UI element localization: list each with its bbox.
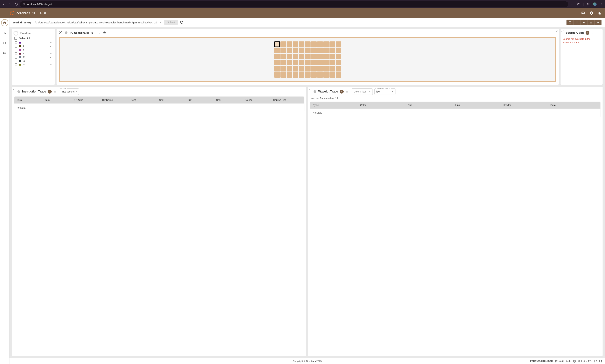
pe-cell[interactable] xyxy=(330,54,335,59)
info-icon[interactable]: i xyxy=(573,360,576,363)
pe-cell[interactable] xyxy=(336,66,341,72)
table-column-header[interactable]: Task xyxy=(45,99,73,101)
pe-cell[interactable] xyxy=(323,41,329,47)
chevron-down-icon[interactable] xyxy=(50,52,52,55)
pe-cell[interactable] xyxy=(299,66,304,72)
pe-cell[interactable] xyxy=(299,60,304,65)
pe-cell[interactable] xyxy=(311,48,317,53)
pe-cell[interactable] xyxy=(311,60,317,65)
pe-cell[interactable] xyxy=(323,72,329,78)
pe-cell[interactable] xyxy=(274,54,280,59)
pe-cell[interactable] xyxy=(280,54,286,59)
table-column-header[interactable]: Link xyxy=(455,104,503,106)
align-bottom-icon[interactable] xyxy=(588,20,594,25)
pe-cell[interactable] xyxy=(305,66,311,72)
pe-cell[interactable] xyxy=(311,41,317,47)
pe-cell[interactable] xyxy=(323,66,329,72)
pe-cell[interactable] xyxy=(287,41,292,47)
pe-cell[interactable] xyxy=(299,54,304,59)
pe-coord-x[interactable]: 0 xyxy=(91,31,93,34)
timeline-item[interactable]: 23 xyxy=(14,63,53,66)
timeline-item[interactable]: 5 xyxy=(14,52,53,55)
pe-cell[interactable] xyxy=(280,41,286,47)
list-chip-icon[interactable] xyxy=(340,90,344,93)
pe-cell[interactable] xyxy=(287,54,292,59)
table-column-header[interactable]: Color xyxy=(360,104,408,106)
pe-cell[interactable] xyxy=(330,48,335,53)
pe-cell[interactable] xyxy=(317,41,323,47)
timeline-item-checkbox[interactable] xyxy=(15,63,17,66)
pe-cell[interactable] xyxy=(299,41,304,47)
align-right-icon[interactable] xyxy=(594,20,602,25)
pe-cell[interactable] xyxy=(317,72,323,78)
pe-cell[interactable] xyxy=(274,60,280,65)
pe-cell[interactable] xyxy=(305,60,311,65)
pe-cell[interactable] xyxy=(330,66,335,72)
pe-cell[interactable] xyxy=(293,72,298,78)
download-icon[interactable] xyxy=(345,90,349,93)
timeline-item-checkbox[interactable] xyxy=(15,52,17,55)
chevron-down-icon[interactable] xyxy=(50,56,52,59)
refresh-icon[interactable] xyxy=(180,21,183,24)
nav-waves-icon[interactable] xyxy=(1,50,8,56)
chevron-down-icon[interactable] xyxy=(50,64,52,66)
timeline-item-checkbox[interactable] xyxy=(15,60,17,62)
table-column-header[interactable]: Source xyxy=(245,99,273,101)
pe-grid[interactable] xyxy=(274,41,341,78)
panel-expand-icon[interactable] xyxy=(556,29,558,32)
table-column-header[interactable]: Ctrl xyxy=(408,104,455,106)
pe-cell[interactable] xyxy=(323,60,329,65)
terminal-icon[interactable] xyxy=(581,11,585,15)
pe-cell[interactable] xyxy=(287,60,292,65)
table-column-header[interactable]: Cycle xyxy=(16,99,45,101)
pe-cell[interactable] xyxy=(299,48,304,53)
browser-forward-icon[interactable] xyxy=(8,3,12,6)
table-column-header[interactable]: OP Name xyxy=(102,99,131,101)
timeline-item[interactable]: 1 xyxy=(14,45,53,48)
pe-cell[interactable] xyxy=(305,54,311,59)
pe-cell[interactable] xyxy=(293,60,298,65)
table-column-header[interactable]: Data xyxy=(550,104,598,106)
pe-cell[interactable] xyxy=(305,72,311,78)
pe-cell[interactable] xyxy=(330,72,335,78)
info-icon[interactable] xyxy=(313,90,316,93)
timeline-item[interactable]: 4 xyxy=(14,48,53,52)
pe-cell[interactable] xyxy=(311,54,317,59)
pe-cell[interactable] xyxy=(305,48,311,53)
chevron-down-icon[interactable] xyxy=(50,60,52,62)
info-icon[interactable] xyxy=(17,90,20,93)
table-column-header[interactable]: Header xyxy=(503,104,550,106)
pe-cell[interactable] xyxy=(336,54,341,59)
pe-cell[interactable] xyxy=(336,72,341,78)
pe-cell[interactable] xyxy=(293,66,298,72)
pe-cell[interactable] xyxy=(280,48,286,53)
timeline-item-checkbox[interactable] xyxy=(15,49,17,51)
source-chip-icon[interactable]: <> xyxy=(586,31,590,35)
pe-cell[interactable] xyxy=(287,72,292,78)
pe-cell[interactable] xyxy=(336,41,341,47)
dark-mode-icon[interactable] xyxy=(598,11,602,15)
target-icon[interactable] xyxy=(59,31,63,34)
bookmark-star-icon[interactable] xyxy=(577,3,580,6)
chevron-down-icon[interactable] xyxy=(50,45,52,48)
settings-gear-icon[interactable] xyxy=(590,11,593,15)
pe-cell[interactable] xyxy=(323,54,329,59)
table-column-header[interactable]: Dest xyxy=(131,99,159,101)
align-left-icon[interactable] xyxy=(580,20,588,25)
url-bar[interactable]: localhost:8000/sdk-gui/ xyxy=(20,1,568,7)
select-all-checkbox[interactable] xyxy=(14,37,17,40)
pe-cell[interactable] xyxy=(330,41,335,47)
pe-cell[interactable] xyxy=(274,66,280,72)
chevron-down-icon[interactable] xyxy=(50,41,52,44)
table-column-header[interactable]: Cycle xyxy=(313,104,360,106)
table-column-header[interactable]: OP Addr xyxy=(73,99,102,101)
extensions-icon[interactable] xyxy=(587,3,590,6)
download-icon[interactable] xyxy=(53,90,56,93)
pe-cell[interactable] xyxy=(280,60,286,65)
pe-cell[interactable] xyxy=(287,66,292,72)
pe-cell[interactable] xyxy=(317,66,323,72)
pe-cell[interactable] xyxy=(311,66,317,72)
pe-cell[interactable] xyxy=(287,48,292,53)
pe-cell[interactable] xyxy=(311,72,317,78)
panel-expand-icon[interactable] xyxy=(309,87,312,90)
